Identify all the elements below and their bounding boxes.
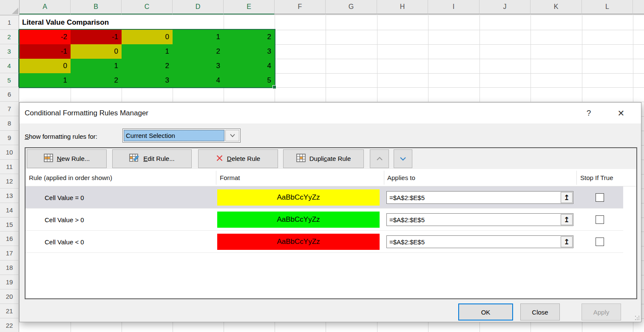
resize-grip[interactable] — [635, 315, 640, 321]
scope-dropdown-value: Current Selection — [124, 130, 224, 141]
duplicate-rule-icon — [296, 154, 306, 163]
row-header-10[interactable]: 10 — [0, 145, 19, 160]
duplicate-rule-label: Duplicate Rule — [309, 155, 351, 162]
rules-list: Rule (applied in order shown) Format App… — [26, 169, 636, 298]
edit-rule-icon — [129, 154, 139, 164]
column-header-D[interactable]: D — [173, 0, 224, 14]
rule-row[interactable]: Cell Value > 0AaBbCcYyZz↥ — [26, 209, 623, 231]
apply-button[interactable]: Apply — [582, 303, 621, 321]
rules-list-header: Rule (applied in order shown) Format App… — [26, 169, 636, 186]
dialog-title: Conditional Formatting Rules Manager — [25, 103, 148, 123]
applies-to-input[interactable] — [387, 236, 562, 248]
edit-rule-button[interactable]: Edit Rule... — [112, 149, 192, 168]
column-header-J[interactable]: J — [479, 0, 531, 14]
row-header-14[interactable]: 14 — [0, 203, 19, 218]
header-divider — [216, 171, 216, 185]
row-header-7[interactable]: 7 — [0, 102, 19, 116]
edit-rule-label: Edit Rule... — [143, 155, 174, 162]
collapse-dialog-range-picker-button[interactable]: ↥ — [561, 236, 573, 247]
column-header-H[interactable]: H — [377, 0, 428, 14]
col-header-rule: Rule (applied in order shown) — [29, 169, 112, 186]
rule-description: Cell Value < 0 — [45, 231, 84, 253]
move-rule-down-button[interactable] — [394, 149, 412, 168]
format-preview-swatch: AaBbCcYyZz — [217, 212, 380, 228]
fill-handle[interactable] — [272, 85, 276, 89]
selection-border — [19, 29, 275, 88]
dialog-help-button[interactable]: ? — [582, 106, 596, 120]
row-header-20[interactable]: 20 — [0, 289, 19, 304]
format-preview-swatch: AaBbCcYyZz — [217, 234, 380, 250]
row-header-17[interactable]: 17 — [0, 246, 19, 260]
rule-description: Cell Value > 0 — [45, 209, 84, 231]
row-header-1[interactable]: 1 — [0, 15, 19, 30]
col-header-applies-to: Applies to — [387, 169, 415, 186]
row-header-2[interactable]: 2 — [0, 30, 19, 44]
header-divider — [384, 171, 384, 185]
row-header-21[interactable]: 21 — [0, 304, 19, 318]
column-header-G[interactable]: G — [326, 0, 377, 14]
show-formatting-rules-label: Show formatting rules for: — [25, 129, 97, 143]
conditional-formatting-rules-manager-dialog: Conditional Formatting Rules Manager ? ✕… — [19, 102, 641, 322]
chevron-up-icon — [376, 155, 383, 162]
row-header-12[interactable]: 12 — [0, 174, 19, 189]
rules-groupbox: New Rule... Edit Rule... Delete Rule — [25, 147, 637, 299]
dialog-close-icon[interactable]: ✕ — [614, 106, 628, 120]
new-rule-icon — [44, 154, 53, 163]
column-header-F[interactable]: F — [275, 0, 326, 14]
format-preview-swatch: AaBbCcYyZz — [217, 189, 380, 206]
stop-if-true-checkbox[interactable] — [596, 238, 604, 246]
collapse-dialog-range-picker-button[interactable]: ↥ — [561, 192, 573, 203]
delete-rule-button[interactable]: Delete Rule — [198, 149, 278, 168]
column-header-L[interactable]: L — [582, 0, 633, 14]
applies-to-input[interactable] — [387, 214, 562, 226]
row-header-16[interactable]: 16 — [0, 232, 19, 246]
delete-icon — [216, 155, 223, 163]
close-button[interactable]: Close — [520, 303, 560, 321]
applies-to-field: ↥ — [386, 235, 573, 248]
move-rule-up-button[interactable] — [370, 149, 389, 168]
row-header-22[interactable]: 22 — [0, 318, 19, 332]
applies-to-input[interactable] — [387, 192, 562, 203]
ok-button[interactable]: OK — [458, 303, 513, 321]
dialog-titlebar: Conditional Formatting Rules Manager ? ✕ — [20, 103, 641, 123]
row-header-5[interactable]: 5 — [0, 73, 19, 87]
column-header-I[interactable]: I — [428, 0, 479, 14]
col-header-stop-if-true: Stop If True — [580, 169, 613, 186]
new-rule-label: New Rule... — [57, 155, 90, 162]
rule-row[interactable]: Cell Value = 0AaBbCcYyZz↥ — [26, 186, 623, 209]
rules-toolbar: New Rule... Edit Rule... Delete Rule — [26, 148, 636, 169]
row-header-11[interactable]: 11 — [0, 160, 19, 174]
column-header-A[interactable]: A — [20, 0, 71, 14]
column-header-K[interactable]: K — [531, 0, 582, 14]
column-header-partial[interactable] — [633, 0, 644, 14]
row-header-9[interactable]: 9 — [0, 131, 19, 145]
collapse-dialog-range-picker-button[interactable]: ↥ — [561, 214, 573, 225]
delete-rule-label: Delete Rule — [227, 155, 260, 162]
rule-description: Cell Value = 0 — [45, 186, 84, 209]
header-divider — [576, 171, 577, 185]
column-header-E[interactable]: E — [224, 0, 275, 14]
rule-row[interactable]: Cell Value < 0AaBbCcYyZz↥ — [26, 231, 623, 253]
row-header-18[interactable]: 18 — [0, 260, 19, 275]
row-header-13[interactable]: 13 — [0, 189, 19, 203]
applies-to-field: ↥ — [386, 191, 573, 204]
excel-window: ABCDEFGHIJKL1234567891011121314151617181… — [0, 0, 644, 332]
new-rule-button[interactable]: New Rule... — [27, 149, 107, 168]
chevron-down-icon[interactable] — [225, 130, 239, 141]
row-header-6[interactable]: 6 — [0, 87, 19, 102]
stop-if-true-checkbox[interactable] — [596, 215, 604, 224]
duplicate-rule-button[interactable]: Duplicate Rule — [283, 149, 364, 168]
select-all-corner[interactable] — [0, 0, 20, 15]
column-header-C[interactable]: C — [122, 0, 173, 14]
row-header-19[interactable]: 19 — [0, 275, 19, 289]
row-header-4[interactable]: 4 — [0, 59, 19, 73]
cell-A1[interactable]: Literal Value Comparison — [20, 15, 176, 30]
col-header-format: Format — [220, 169, 240, 186]
row-header-3[interactable]: 3 — [0, 44, 19, 59]
stop-if-true-checkbox[interactable] — [596, 193, 604, 202]
row-header-8[interactable]: 8 — [0, 116, 19, 131]
scope-dropdown[interactable]: Current Selection — [122, 129, 241, 143]
row-header-15[interactable]: 15 — [0, 218, 19, 232]
chevron-down-icon — [400, 155, 406, 162]
column-header-B[interactable]: B — [71, 0, 122, 14]
